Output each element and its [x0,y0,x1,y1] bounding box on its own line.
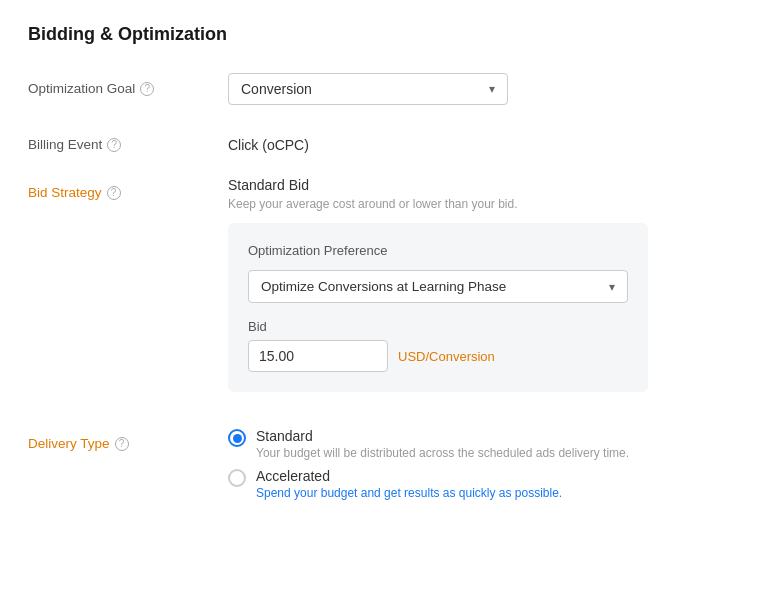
delivery-standard-radio-inner [233,434,242,443]
delivery-type-content: Standard Your budget will be distributed… [228,428,752,500]
bid-currency: USD/Conversion [398,349,495,364]
delivery-standard-hint: Your budget will be distributed across t… [256,446,629,460]
page-title: Bidding & Optimization [28,24,752,45]
optimization-goal-row: Optimization Goal ? Conversion ▾ [28,73,752,105]
delivery-standard-label: Standard [256,428,629,444]
optimization-goal-chevron: ▾ [489,82,495,96]
delivery-standard-option[interactable]: Standard Your budget will be distributed… [228,428,752,460]
bid-strategy-label-col: Bid Strategy ? [28,177,228,200]
delivery-type-row: Delivery Type ? Standard Your budget wil… [28,428,752,500]
billing-event-value: Click (oCPC) [228,129,752,153]
opt-pref-value: Optimize Conversions at Learning Phase [261,279,506,294]
opt-pref-title: Optimization Preference [248,243,628,258]
delivery-accelerated-label: Accelerated [256,468,562,484]
optimization-preference-box: Optimization Preference Optimize Convers… [228,223,648,392]
optimization-goal-dropdown[interactable]: Conversion ▾ [228,73,508,105]
bid-strategy-row: Bid Strategy ? Standard Bid Keep your av… [28,177,752,392]
delivery-options: Standard Your budget will be distributed… [228,428,752,500]
delivery-type-help-icon[interactable]: ? [115,437,129,451]
bid-input-row: USD/Conversion [248,340,628,372]
opt-pref-dropdown[interactable]: Optimize Conversions at Learning Phase ▾ [248,270,628,303]
optimization-goal-label-col: Optimization Goal ? [28,73,228,96]
bid-strategy-label: Bid Strategy [28,185,102,200]
form-section: Optimization Goal ? Conversion ▾ Billing… [28,73,752,500]
delivery-standard-radio[interactable] [228,429,246,447]
optimization-goal-content: Conversion ▾ [228,73,752,105]
delivery-accelerated-content: Accelerated Spend your budget and get re… [256,468,562,500]
delivery-accelerated-hint: Spend your budget and get results as qui… [256,486,562,500]
bid-strategy-hint: Keep your average cost around or lower t… [228,197,752,211]
optimization-goal-value: Conversion [241,81,312,97]
delivery-accelerated-option[interactable]: Accelerated Spend your budget and get re… [228,468,752,500]
bid-label: Bid [248,319,628,334]
delivery-type-label: Delivery Type [28,436,110,451]
billing-event-label-col: Billing Event ? [28,129,228,152]
billing-event-content: Click (oCPC) [228,129,752,153]
optimization-goal-label: Optimization Goal [28,81,135,96]
bid-input[interactable] [248,340,388,372]
optimization-goal-help-icon[interactable]: ? [140,82,154,96]
delivery-accelerated-radio[interactable] [228,469,246,487]
bid-strategy-help-icon[interactable]: ? [107,186,121,200]
billing-event-row: Billing Event ? Click (oCPC) [28,129,752,153]
bid-strategy-content: Standard Bid Keep your average cost arou… [228,177,752,392]
delivery-type-label-col: Delivery Type ? [28,428,228,451]
billing-event-help-icon[interactable]: ? [107,138,121,152]
opt-pref-chevron: ▾ [609,280,615,294]
billing-event-label: Billing Event [28,137,102,152]
bid-strategy-value: Standard Bid [228,177,752,193]
delivery-standard-content: Standard Your budget will be distributed… [256,428,629,460]
